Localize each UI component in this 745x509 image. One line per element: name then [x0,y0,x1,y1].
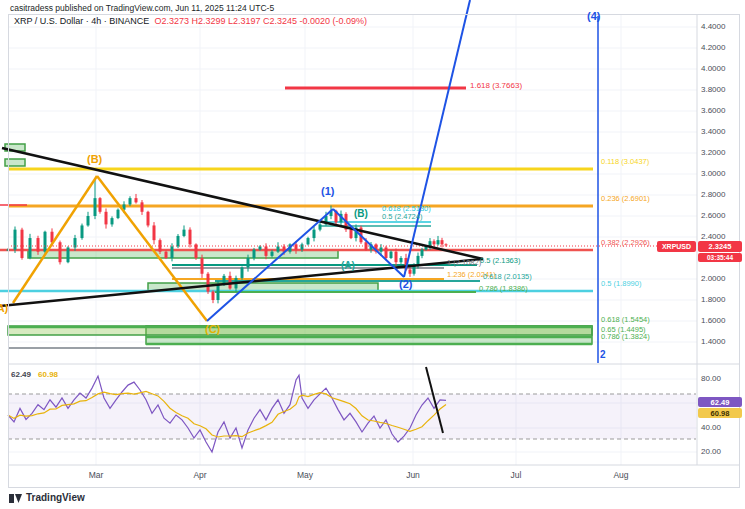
fib-level-label: 0.118 (3.0437) [601,158,649,166]
rsi-ma-value: 60.98 [38,370,58,379]
price-axis-label: 3.8000 [701,86,725,94]
price-axis-label: 4.2000 [701,44,725,52]
symbol-legend[interactable]: XRP / U.S. Dollar · 4h · BINANCEO2.3273 … [14,16,367,26]
price-axis-label: 2.0000 [701,275,725,283]
fib-level-label: 0.786 (1.3824) [601,333,650,341]
time-axis-label: Mar [84,471,108,480]
time-axis-label: Apr [188,471,212,480]
fib-level-label: 0.5 (2.1363) [480,257,520,265]
price-axis-label: 3.0000 [701,170,725,178]
fib-level-label: 1 (2.1082) [447,259,481,267]
chart-canvas[interactable] [0,0,745,509]
wave-label: (1) [321,186,334,197]
wave-label: (B) [354,209,368,219]
fib-level-label: 0.236 (2.6901) [601,195,650,203]
fib-level-label: 0.382 (2.2926) [601,239,650,247]
wave-label: (4) [587,11,600,22]
wave-label: (B) [87,154,102,165]
symbol-title: XRP / U.S. Dollar · 4h · BINANCE [14,16,149,26]
wave-label: (A) [341,261,355,271]
tradingview-logo[interactable]: TradingView [9,491,85,504]
price-axis-label: 2.8000 [701,191,725,199]
time-axis-label: Jun [401,471,425,480]
ohlc-values: O2.3273 H2.3299 L2.3197 C2.3245 -0.0020 … [154,16,367,26]
wave-label: (2) [399,279,412,290]
elliott-abc-line [97,176,207,321]
rsi-ma-badge: 60.98 [698,408,742,418]
time-axis-label: Jul [504,471,528,480]
rsi-legend[interactable]: 62.4960.98 [11,370,58,379]
fib-level-label: 0.786 (1.8386) [479,285,528,293]
price-axis-label: 3.4000 [701,128,725,136]
fib-level-label: 0.5 (1.8990) [601,280,641,288]
time-axis-label: May [293,471,317,480]
price-axis-label: 1.8000 [701,296,725,304]
fib-target-label: 1.618 (3.7663) [470,82,522,90]
price-axis-label: 1.4000 [701,338,725,346]
wave-label: 2 [600,350,606,360]
time-axis-label: Aug [609,471,633,480]
fib-level-label: 0.618 (2.0135) [483,273,532,281]
rsi-value-badge: 62.49 [698,397,742,407]
rsi-axis-label: 40.00 [701,424,721,432]
tradingview-logo-icon [9,491,22,504]
price-axis-label: 4.4000 [701,23,725,31]
elliott-impulse-line [404,0,470,277]
price-axis-label: 2.4000 [701,233,725,241]
rsi-axis-label: 20.00 [701,448,721,456]
fib-level-label: 0.5 (2.4724) [382,213,422,221]
price-axis-label: 1.6000 [701,317,725,325]
wave-label: (A) [0,303,8,314]
tradingview-chart-snapshot: casitradess published on TradingView.com… [0,0,745,509]
price-axis-label: 4.0000 [701,65,725,73]
tradingview-logo-text: TradingView [26,492,85,503]
fib-level-label: 0.618 (1.5454) [601,316,650,324]
rsi-axis-label: 80.00 [701,375,721,383]
bar-countdown-badge: 03:35:44 [698,253,742,262]
last-price-badge: 2.3245 [698,241,742,252]
symbol-name-badge: XRPUSD [657,241,696,252]
rsi-value: 62.49 [11,370,31,379]
price-axis-label: 3.6000 [701,107,725,115]
price-axis-label: 2.6000 [701,212,725,220]
wave-label: (C) [205,324,220,335]
price-axis-label: 3.2000 [701,149,725,157]
